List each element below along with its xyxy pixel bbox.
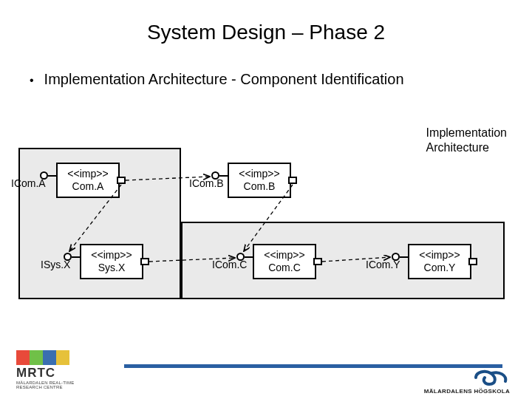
mrtc-logo: MRTC MÄLARDALEN REAL-TIME RESEARCH CENTR… xyxy=(16,350,120,390)
footer: MRTC MÄLARDALEN REAL-TIME RESEARCH CENTR… xyxy=(0,347,532,399)
port-comB-right xyxy=(288,177,297,184)
architecture-diagram: Implementation Architecture <<imp>> Com.… xyxy=(0,126,532,347)
bullet-item: • Implementation Architecture - Componen… xyxy=(30,71,532,88)
stereo-comC: <<imp>> xyxy=(256,249,313,262)
lolli-stem-comY xyxy=(400,256,408,258)
mdh-swirl-icon xyxy=(470,368,510,387)
bullet-dot: • xyxy=(30,74,34,87)
interface-comY: ICom.Y xyxy=(366,259,400,270)
lolli-stem-comC xyxy=(245,256,253,258)
interface-comA: ICom.A xyxy=(11,177,46,189)
port-sysX-right xyxy=(140,258,149,265)
interface-comB: ICom.B xyxy=(189,177,224,189)
mrtc-block-yellow xyxy=(56,350,69,365)
lolli-stem-comB xyxy=(219,175,228,177)
mrtc-title: MRTC xyxy=(16,366,120,381)
stereo-comB: <<imp>> xyxy=(231,168,288,180)
bullet-text: Implementation Architecture - Component … xyxy=(44,71,404,88)
component-comA: <<imp>> Com.A xyxy=(56,163,120,198)
component-sysX: <<imp>> Sys.X xyxy=(80,244,143,279)
lolli-stem-sysX xyxy=(72,256,80,258)
slide-title: System Design – Phase 2 xyxy=(0,0,532,44)
mdh-logo: MÄLARDALENS HÖGSKOLA xyxy=(424,368,510,395)
component-comB: <<imp>> Com.B xyxy=(228,163,291,198)
mrtc-sub1: MÄLARDALEN REAL-TIME xyxy=(16,381,120,386)
stereo-comA: <<imp>> xyxy=(59,168,117,180)
mrtc-sub2: RESEARCH CENTRE xyxy=(16,385,120,390)
diagram-label-l2: Architecture xyxy=(426,140,507,155)
mrtc-color-blocks xyxy=(16,350,120,365)
port-comC-right xyxy=(313,258,322,265)
stereo-sysX: <<imp>> xyxy=(83,249,140,262)
name-comA: Com.A xyxy=(59,180,117,193)
mdh-caption: MÄLARDALENS HÖGSKOLA xyxy=(424,388,510,395)
name-comC: Com.C xyxy=(256,262,313,274)
name-comY: Com.Y xyxy=(411,262,468,274)
component-comY: <<imp>> Com.Y xyxy=(408,244,471,279)
mrtc-block-green xyxy=(30,350,43,365)
mrtc-block-red xyxy=(16,350,30,365)
interface-sysX: ISys.X xyxy=(41,259,70,270)
mrtc-block-blue xyxy=(43,350,56,365)
name-sysX: Sys.X xyxy=(83,262,140,274)
port-comA-right xyxy=(117,177,126,184)
name-comB: Com.B xyxy=(231,180,288,193)
interface-comC: ICom.C xyxy=(212,259,247,270)
diagram-label: Implementation Architecture xyxy=(426,126,507,155)
port-comY-right xyxy=(468,258,477,265)
diagram-label-l1: Implementation xyxy=(426,126,507,140)
stereo-comY: <<imp>> xyxy=(411,249,468,262)
lolli-stem-comA xyxy=(48,175,56,177)
component-comC: <<imp>> Com.C xyxy=(253,244,316,279)
